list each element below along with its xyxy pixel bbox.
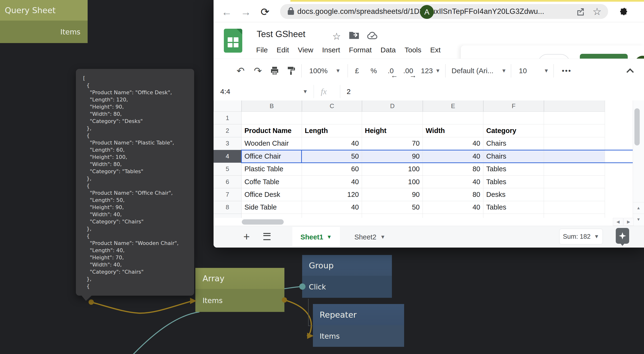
scroll-up-button[interactable]: ▲ [633, 202, 644, 214]
decrease-decimal-button[interactable]: .0← [384, 59, 397, 83]
grid-cell[interactable]: Category [483, 124, 544, 137]
address-bar[interactable]: docs.google.com/spreadsheets/d/1D3IRuxIl… [280, 4, 608, 19]
reload-button[interactable]: ⟳ [258, 2, 272, 22]
increase-decimal-button[interactable]: .00→ [401, 59, 416, 83]
bookmark-star-icon[interactable]: ☆ [592, 4, 602, 19]
row-header-8[interactable]: 8 [214, 201, 242, 214]
cloud-saved-icon[interactable] [367, 31, 378, 41]
vertical-scrollbar-thumb[interactable] [634, 108, 640, 145]
grid-cell[interactable]: Coffe Table [242, 176, 302, 188]
row-header-7[interactable]: 7 [214, 188, 242, 201]
menu-item-ext[interactable]: Ext [430, 46, 440, 54]
font-size-select[interactable]: 10 [516, 59, 530, 83]
sheet-tab-sheet2[interactable]: Sheet2 ▼ [345, 227, 395, 247]
grid-cell[interactable] [544, 188, 605, 201]
grid-cell[interactable]: Side Table [242, 201, 302, 214]
grid-cell[interactable]: 40 [423, 176, 483, 188]
grid-cell[interactable]: Product Name [242, 124, 302, 137]
zoom-caret-icon[interactable]: ▼ [334, 59, 342, 83]
column-header-E[interactable]: E [423, 100, 483, 112]
vertical-scrollbar[interactable]: ▲ ▼ [633, 100, 644, 226]
scroll-down-button[interactable]: ▼ [633, 214, 644, 225]
menu-item-view[interactable]: View [298, 46, 313, 54]
node-repeater-header[interactable]: Repeater [313, 304, 404, 325]
collapse-toolbar-icon[interactable] [624, 59, 637, 83]
sheet-tab-sheet1[interactable]: Sheet1 ▼ [292, 227, 340, 247]
name-box-caret-icon[interactable]: ▼ [302, 82, 309, 100]
grid-cell[interactable]: 40 [302, 201, 362, 214]
node-group-header[interactable]: Group [302, 255, 392, 276]
font-select[interactable]: Default (Ari... [452, 59, 500, 83]
grid-cell[interactable]: Height [362, 124, 423, 137]
explore-button[interactable] [616, 228, 629, 244]
share-page-icon[interactable] [576, 4, 585, 19]
row-header-5[interactable]: 5 [214, 163, 242, 176]
font-caret-icon[interactable]: ▼ [500, 59, 508, 83]
menu-item-tools[interactable]: Tools [404, 46, 421, 54]
column-header-B[interactable]: B [242, 100, 302, 112]
grid-cell[interactable]: 100 [362, 163, 423, 176]
grid-cell[interactable]: 80 [423, 163, 483, 176]
row-header-4[interactable]: 4 [214, 150, 242, 163]
row-header-3[interactable]: 3 [214, 137, 242, 150]
grid-cell[interactable] [544, 201, 605, 214]
node-array[interactable]: Array Items [195, 268, 284, 312]
grid-cell[interactable]: Length [302, 124, 362, 137]
format-percent-button[interactable]: % [368, 59, 380, 83]
grid-cell[interactable]: Width [423, 124, 483, 137]
menu-item-file[interactable]: File [256, 46, 268, 54]
zoom-select[interactable]: 100% [308, 59, 330, 83]
number-format-caret-icon[interactable]: ▼ [434, 59, 442, 83]
name-box[interactable]: 4:4 [220, 82, 230, 100]
active-cell-outline[interactable] [241, 150, 302, 163]
font-size-caret-icon[interactable]: ▼ [543, 59, 550, 83]
grid-cell[interactable]: 70 [362, 137, 423, 150]
grid-cell[interactable]: 50 [302, 150, 362, 163]
grid-cell[interactable] [423, 112, 483, 124]
sheet-tab-caret-icon[interactable]: ▼ [380, 234, 386, 240]
format-currency-button[interactable]: £ [351, 59, 363, 83]
formula-input[interactable]: 2 [347, 82, 351, 100]
redo-icon[interactable]: ↷ [251, 59, 264, 83]
grid-cell[interactable]: 60 [302, 163, 362, 176]
grid-cell[interactable]: Plastic Table [242, 163, 302, 176]
grid-cell[interactable]: 90 [362, 188, 423, 201]
undo-icon[interactable]: ↶ [234, 59, 247, 83]
document-title[interactable]: Test GSheet [257, 29, 306, 39]
row-header-2[interactable]: 2 [214, 124, 242, 137]
wire-array-to-group-click[interactable] [284, 287, 301, 289]
grid-cell[interactable] [362, 112, 423, 124]
grid-cell[interactable]: 40 [302, 137, 362, 150]
grid-cell[interactable] [544, 163, 605, 176]
grid-cell[interactable]: 120 [302, 188, 362, 201]
more-toolbar-button[interactable]: ••• [558, 59, 575, 83]
grid-cell[interactable]: Chairs [483, 137, 544, 150]
grid-cell[interactable]: 40 [423, 150, 483, 163]
print-icon[interactable] [268, 59, 281, 83]
column-header-partial[interactable] [544, 100, 605, 112]
grid-cell[interactable]: Chairs [483, 150, 544, 163]
wire-query-to-array[interactable] [91, 301, 192, 313]
sheet-tab-caret-icon[interactable]: ▼ [326, 234, 332, 240]
column-header-C[interactable]: C [302, 100, 362, 112]
star-document-icon[interactable]: ☆ [332, 31, 341, 42]
forward-button[interactable]: → [239, 2, 253, 22]
number-format-select[interactable]: 123 [419, 59, 435, 83]
row-header-6[interactable]: 6 [214, 176, 242, 188]
grid-cell[interactable]: 100 [362, 176, 423, 188]
sheets-logo-icon[interactable] [224, 29, 242, 53]
grid-cell[interactable]: Office Desk [242, 188, 302, 201]
grid-cell[interactable] [544, 176, 605, 188]
wire-teal-offscreen[interactable] [133, 312, 200, 354]
grid-cell[interactable] [544, 124, 605, 137]
menu-item-format[interactable]: Format [349, 46, 372, 54]
row-header-1[interactable]: 1 [214, 112, 242, 124]
node-query-sheet[interactable]: Query Sheet Items [0, 0, 88, 43]
grid-cell[interactable]: Tables [483, 201, 544, 214]
column-header-D[interactable]: D [362, 100, 423, 112]
grid-cell[interactable]: 40 [423, 201, 483, 214]
node-array-header[interactable]: Array [195, 268, 284, 289]
grid-cell[interactable] [544, 112, 605, 124]
grid-cell[interactable] [544, 150, 605, 163]
node-group[interactable]: Group Click [302, 255, 392, 298]
